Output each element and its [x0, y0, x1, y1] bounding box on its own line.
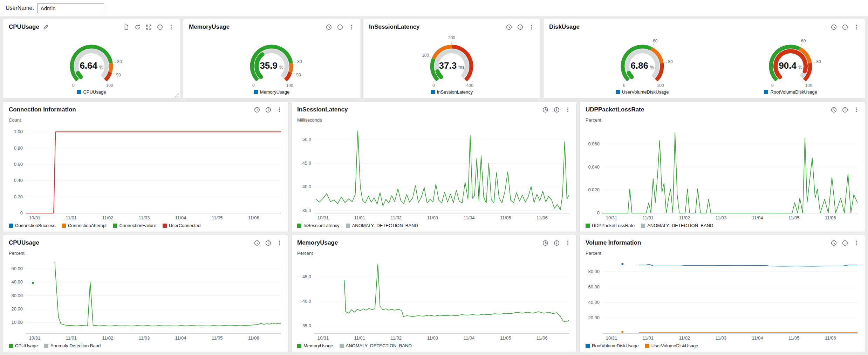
info-icon[interactable]: [517, 24, 523, 30]
svg-text:11/04: 11/04: [752, 335, 763, 341]
copy-icon[interactable]: [123, 24, 129, 30]
dashboard-grid: CPUUsage 809001006.64% CPUUsage MemoryUs…: [0, 16, 868, 355]
legend-item[interactable]: ANOMALY_DETECTION_BAND: [340, 343, 412, 348]
menu-dots-icon[interactable]: [168, 24, 174, 30]
legend-swatch: [254, 90, 258, 94]
legend-item[interactable]: ConnectionSuccess: [9, 223, 55, 228]
legend-swatch: [44, 344, 48, 348]
legend-item[interactable]: Anomaly Detection Band: [44, 343, 101, 348]
clock-icon[interactable]: [254, 240, 260, 246]
widget-toolbar: [123, 24, 174, 30]
svg-text:0.020: 0.020: [588, 187, 600, 192]
svg-text:100: 100: [106, 83, 113, 88]
svg-text:10/31: 10/31: [606, 335, 617, 341]
menu-dots-icon[interactable]: [348, 24, 354, 30]
legend-item[interactable]: RootVolumeDiskUsage: [586, 343, 639, 348]
clock-icon[interactable]: [542, 107, 548, 113]
legend-swatch: [616, 90, 620, 94]
clock-icon[interactable]: [326, 24, 332, 30]
widget-toolbar: [542, 240, 571, 246]
svg-text:6.64%: 6.64%: [80, 60, 103, 71]
svg-text:0: 0: [771, 83, 774, 88]
svg-text:50.00: 50.00: [11, 266, 23, 271]
menu-dots-icon[interactable]: [853, 240, 859, 246]
legend-swatch: [77, 90, 81, 94]
menu-dots-icon[interactable]: [528, 24, 534, 30]
svg-text:11/02: 11/02: [391, 335, 402, 341]
svg-text:20.00: 20.00: [588, 315, 600, 320]
clock-icon[interactable]: [542, 240, 548, 246]
info-icon[interactable]: [842, 24, 848, 30]
svg-text:6.86%: 6.86%: [630, 60, 654, 71]
clock-icon[interactable]: [831, 107, 837, 113]
legend-label: CPUUsage: [15, 343, 38, 348]
connection-information-chart[interactable]: 00.200.400.600.801.0010/3111/0111/0211/0…: [6, 123, 285, 222]
svg-text:1.00: 1.00: [14, 129, 23, 134]
svg-text:37.3ms: 37.3ms: [439, 60, 465, 71]
legend-item[interactable]: InSessionLatency: [431, 89, 473, 95]
legend-swatch: [340, 344, 344, 348]
legend-swatch: [645, 344, 649, 348]
clock-icon[interactable]: [831, 240, 837, 246]
clock-icon[interactable]: [254, 107, 260, 113]
svg-text:45.0: 45.0: [302, 161, 311, 166]
menu-dots-icon[interactable]: [565, 107, 571, 113]
legend-item[interactable]: ConnectionFailure: [113, 223, 156, 228]
expand-icon[interactable]: [146, 24, 152, 30]
info-icon[interactable]: [554, 240, 560, 246]
volume-information-chart[interactable]: 20.0040.0060.0080.0010/3111/0111/0211/03…: [583, 257, 862, 342]
legend-item[interactable]: MemoryUsage: [254, 89, 290, 95]
menu-dots-icon[interactable]: [853, 107, 859, 113]
legend-label: RootVolumeDiskUsage: [770, 89, 817, 95]
menu-dots-icon[interactable]: [276, 107, 282, 113]
legend-item[interactable]: ANOMALY_DETECTION_BAND: [641, 223, 713, 228]
svg-text:60: 60: [653, 38, 658, 43]
clock-icon[interactable]: [831, 24, 837, 30]
insessionlatency-line-chart[interactable]: 35.040.045.050.010/3111/0111/0211/0311/0…: [294, 123, 574, 222]
info-icon[interactable]: [157, 24, 163, 30]
info-icon[interactable]: [265, 107, 271, 113]
cpuusage-line-chart[interactable]: 10.0020.0030.0040.0050.0010/3111/0111/02…: [6, 257, 285, 342]
svg-text:0.60: 0.60: [14, 162, 23, 167]
widget-header: CPUUsage: [3, 19, 180, 31]
svg-text:60.00: 60.00: [588, 284, 600, 289]
legend-item[interactable]: UserConnected: [163, 223, 200, 228]
username-input[interactable]: [37, 3, 104, 13]
udppacketlossrate-chart[interactable]: 00.0200.0400.06010/3111/0111/0211/0311/0…: [583, 123, 862, 222]
legend-item[interactable]: ANOMALY_DETECTION_BAND: [346, 223, 418, 228]
svg-text:0: 0: [623, 83, 626, 88]
svg-text:11/03: 11/03: [427, 335, 438, 341]
legend-item[interactable]: UserVolumeDiskUsage: [645, 343, 698, 348]
info-icon[interactable]: [842, 107, 848, 113]
legend-label: UserVolumeDiskUsage: [651, 343, 698, 348]
legend-item[interactable]: ConnectionAttempt: [62, 223, 107, 228]
info-icon[interactable]: [337, 24, 343, 30]
clock-icon[interactable]: [506, 24, 512, 30]
svg-text:11/06: 11/06: [248, 215, 259, 220]
refresh-icon[interactable]: [135, 24, 141, 30]
svg-text:100: 100: [422, 53, 429, 58]
legend-item[interactable]: CPUUsage: [9, 343, 38, 348]
svg-text:11/03: 11/03: [427, 215, 438, 220]
svg-text:10/31: 10/31: [606, 215, 617, 220]
info-icon[interactable]: [265, 240, 271, 246]
menu-dots-icon[interactable]: [276, 240, 282, 246]
legend-item[interactable]: MemoryUsage: [297, 343, 333, 348]
edit-pencil-icon[interactable]: [43, 24, 49, 30]
memoryusage-line-chart[interactable]: 35.040.045.010/3111/0111/0211/0311/0411/…: [294, 257, 574, 342]
menu-dots-icon[interactable]: [565, 240, 571, 246]
legend-item[interactable]: UserVolumeDiskUsage: [616, 89, 669, 95]
insessionlatency-gauge-chart: 100200040037.3ms: [399, 33, 504, 89]
legend-item[interactable]: CPUUsage: [77, 89, 106, 95]
info-icon[interactable]: [554, 107, 560, 113]
legend-label: CPUUsage: [83, 89, 106, 95]
legend-item[interactable]: UDPPacketLossRate: [586, 223, 635, 228]
legend-item[interactable]: RootVolumeDiskUsage: [764, 89, 817, 95]
legend-item[interactable]: InSessionLatency: [297, 223, 340, 228]
svg-text:40.00: 40.00: [588, 300, 600, 305]
widget-diskusage: DiskUsage 608001006.86% UserVolumeDiskUs…: [543, 19, 865, 99]
svg-text:45.0: 45.0: [302, 274, 311, 279]
svg-text:10.00: 10.00: [11, 320, 23, 325]
menu-dots-icon[interactable]: [853, 24, 859, 30]
info-icon[interactable]: [842, 240, 848, 246]
